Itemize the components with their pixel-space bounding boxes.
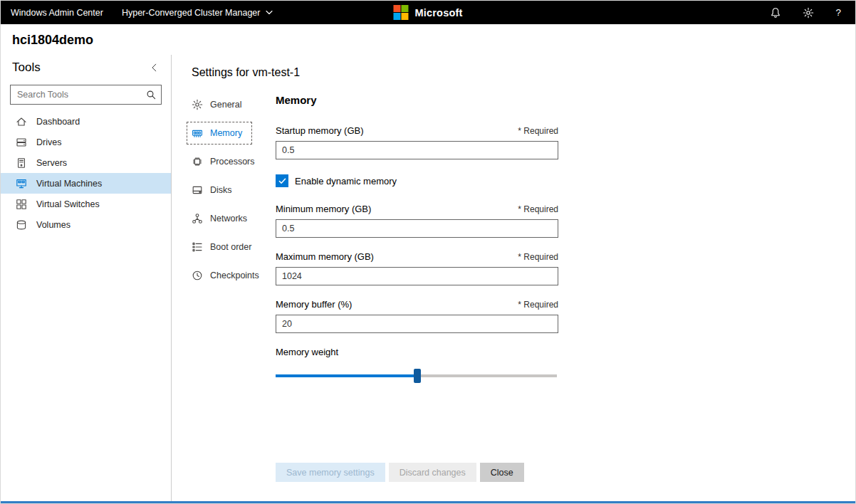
solution-dropdown[interactable]: Hyper-Converged Cluster Manager [122, 8, 273, 18]
memory-buffer-label: Memory buffer (%) [276, 299, 352, 310]
checkpoints-clock-icon [192, 270, 203, 281]
required-label: * Required [518, 300, 558, 310]
sidebar-item-label: Dashboard [36, 117, 80, 127]
checkbox-check-icon [278, 178, 286, 184]
servers-icon [16, 157, 27, 169]
settings-panel: Settings for vm-test-1 General Memory Pr… [172, 55, 855, 501]
body-row: Tools Dashboard Drives Servers [1, 55, 855, 501]
microsoft-logo-squares [393, 5, 408, 20]
tools-title: Tools [12, 61, 41, 75]
memory-weight-slider[interactable] [276, 369, 558, 383]
minimum-memory-label: Minimum memory (GB) [276, 204, 371, 214]
settings-nav: General Memory Processors Disks [192, 93, 276, 482]
sidebar-item-label: Volumes [36, 220, 71, 230]
volumes-icon [16, 219, 27, 231]
network-icon [192, 213, 203, 224]
topbar-left: Windows Admin Center Hyper-Converged Clu… [11, 8, 273, 18]
chevron-down-icon [266, 10, 273, 15]
microsoft-logo: Microsoft [393, 5, 462, 20]
search-icon [145, 89, 157, 100]
memory-heading: Memory [276, 94, 558, 106]
settings-gear-icon[interactable] [803, 7, 814, 19]
minimum-memory-label-row: Minimum memory (GB) * Required [276, 204, 558, 214]
tools-search-input[interactable] [10, 85, 162, 105]
settings-tab-label: Processors [210, 157, 255, 167]
settings-tab-memory[interactable]: Memory [187, 122, 252, 145]
required-label: * Required [518, 204, 558, 214]
maximum-memory-label-row: Maximum memory (GB) * Required [276, 251, 558, 262]
virtual-machines-icon [16, 178, 27, 189]
minimum-memory-input[interactable] [276, 219, 558, 238]
settings-tab-label: Memory [210, 128, 242, 138]
virtual-switches-icon [16, 199, 27, 210]
sidebar-item-label: Virtual Switches [36, 199, 100, 209]
tools-list: Dashboard Drives Servers Virtual Machine… [1, 111, 171, 235]
memory-weight-slider-fill [276, 374, 417, 377]
sidebar-item-label: Drives [36, 137, 61, 147]
settings-tab-checkpoints[interactable]: Checkpoints [187, 264, 269, 287]
settings-tab-networks[interactable]: Networks [187, 207, 257, 230]
settings-tab-general[interactable]: General [187, 93, 251, 116]
save-memory-settings-button[interactable]: Save memory settings [276, 463, 385, 482]
topbar-right: ? [770, 7, 845, 19]
memory-buffer-label-row: Memory buffer (%) * Required [276, 299, 558, 310]
top-bar: Windows Admin Center Hyper-Converged Clu… [1, 1, 855, 24]
memory-ram-icon [192, 127, 203, 139]
general-gear-icon [192, 99, 203, 110]
settings-tab-boot-order[interactable]: Boot order [187, 236, 261, 258]
settings-title: Settings for vm-test-1 [192, 66, 855, 79]
memory-buffer-input[interactable] [276, 315, 558, 333]
boot-order-list-icon [192, 241, 203, 253]
memory-form: Memory Startup memory (GB) * Required En… [276, 93, 558, 482]
sidebar-item-volumes[interactable]: Volumes [1, 214, 171, 235]
required-label: * Required [518, 252, 558, 262]
startup-memory-input[interactable] [276, 141, 558, 159]
sidebar-item-virtual-switches[interactable]: Virtual Switches [1, 194, 171, 214]
help-icon[interactable]: ? [835, 7, 841, 18]
settings-tab-disks[interactable]: Disks [187, 179, 242, 201]
sidebar-item-virtual-machines[interactable]: Virtual Machines [1, 173, 171, 194]
required-label: * Required [518, 126, 558, 136]
windows-admin-center-app: Windows Admin Center Hyper-Converged Clu… [0, 0, 856, 504]
sidebar-item-drives[interactable]: Drives [1, 132, 171, 152]
cluster-name-heading: hci1804demo [1, 24, 855, 55]
bottom-accent-strip [1, 501, 855, 503]
dynamic-memory-label: Enable dynamic memory [295, 176, 397, 187]
dashboard-home-icon [16, 116, 27, 127]
settings-tab-label: Boot order [210, 242, 251, 252]
startup-memory-label: Startup memory (GB) [276, 125, 364, 136]
dynamic-memory-checkbox[interactable] [276, 174, 288, 187]
discard-changes-button[interactable]: Discard changes [389, 463, 476, 482]
app-title[interactable]: Windows Admin Center [11, 8, 103, 18]
maximum-memory-input[interactable] [276, 267, 558, 285]
settings-tab-label: Checkpoints [210, 271, 259, 280]
settings-tab-label: General [210, 100, 241, 110]
sidebar-item-servers[interactable]: Servers [1, 152, 171, 173]
settings-tab-label: Disks [210, 185, 232, 195]
settings-body: General Memory Processors Disks [192, 93, 855, 482]
tools-header: Tools [1, 55, 171, 85]
disk-icon [192, 184, 203, 196]
settings-tab-label: Networks [210, 214, 247, 224]
sidebar-item-label: Servers [36, 158, 67, 168]
sidebar-item-dashboard[interactable]: Dashboard [1, 111, 171, 132]
solution-title: Hyper-Converged Cluster Manager [122, 8, 261, 18]
memory-weight-slider-thumb[interactable] [414, 369, 421, 383]
tools-search [10, 85, 162, 105]
settings-tab-processors[interactable]: Processors [187, 150, 265, 173]
memory-weight-label: Memory weight [276, 347, 558, 357]
drives-icon [16, 137, 27, 148]
microsoft-wordmark: Microsoft [414, 7, 462, 19]
close-button[interactable]: Close [480, 463, 524, 482]
notifications-bell-icon[interactable] [770, 7, 781, 19]
processor-cpu-icon [192, 156, 203, 167]
startup-memory-label-row: Startup memory (GB) * Required [276, 125, 558, 136]
collapse-sidebar-chevron-icon[interactable] [150, 63, 160, 73]
maximum-memory-label: Maximum memory (GB) [276, 251, 374, 262]
sidebar-item-label: Virtual Machines [36, 179, 102, 189]
tools-sidebar: Tools Dashboard Drives Servers [1, 55, 172, 501]
dynamic-memory-toggle[interactable]: Enable dynamic memory [276, 174, 558, 187]
form-footer: Save memory settings Discard changes Clo… [276, 463, 558, 482]
